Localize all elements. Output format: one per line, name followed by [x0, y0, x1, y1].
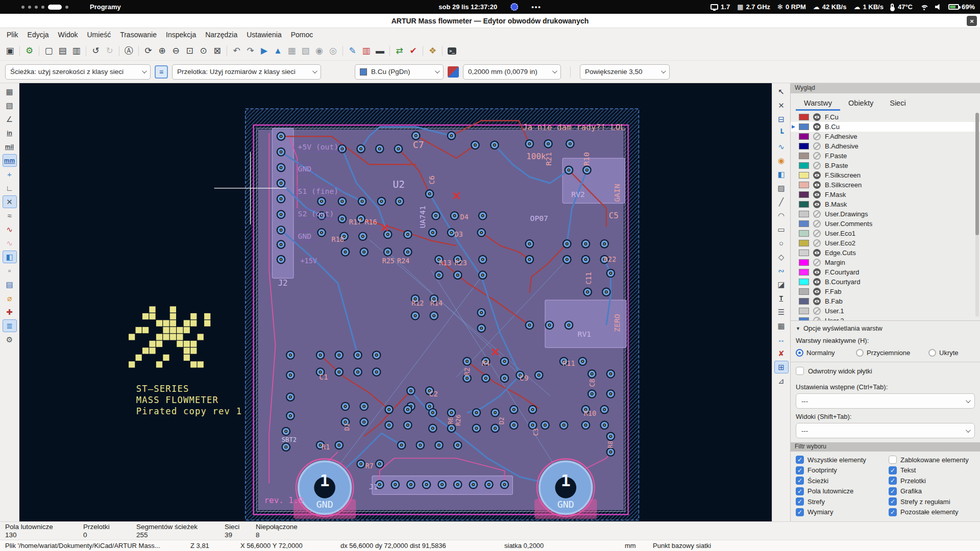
upload-icon[interactable]: ☁42 KB/s [813, 3, 847, 11]
layer-row-edge-cuts[interactable]: Edge.Cuts [791, 248, 980, 258]
checkbox-icon[interactable]: ✓ [796, 487, 804, 495]
layer-manager-icon[interactable]: ≣ [3, 319, 17, 332]
layer-row-user-2[interactable]: User.2 [791, 316, 980, 320]
layer-options-header[interactable]: ▼ Opcje wyświetlania warstw [796, 324, 975, 332]
draw-circle-icon[interactable]: ○ [774, 237, 789, 249]
cpu-icon[interactable]: ▦2.7 GHz [737, 3, 770, 11]
filter-8[interactable]: ✓Strefy [796, 497, 889, 506]
wifi-icon[interactable] [920, 4, 928, 10]
ungroup-icon[interactable]: ▧ [299, 44, 312, 58]
eye-visible-icon[interactable] [813, 249, 821, 257]
place-footprint-icon[interactable]: ⊟ [774, 113, 789, 126]
eye-hidden-icon[interactable] [813, 230, 821, 237]
layer-row-user-eco2[interactable]: User.Eco2 [791, 238, 980, 248]
fan-icon[interactable]: ✻0 RPM [777, 3, 806, 11]
units-mils-icon[interactable]: mil [3, 140, 17, 153]
filter-7[interactable]: ✓Grafika [889, 487, 980, 495]
checkbox-icon[interactable]: ✓ [796, 477, 804, 485]
refresh-icon[interactable]: ⟳ [141, 44, 155, 58]
layer-color-swatch[interactable] [799, 114, 809, 120]
workspace-dot[interactable] [35, 6, 38, 9]
menu-item-4[interactable]: Trasowanie [115, 29, 161, 40]
radio-icon[interactable] [796, 349, 803, 357]
eye-visible-icon[interactable] [813, 181, 821, 189]
radio-icon[interactable] [928, 349, 936, 357]
checkbox-icon[interactable]: ✓ [889, 487, 897, 495]
eye-visible-icon[interactable] [813, 268, 821, 276]
layer-row-f-adhesive[interactable]: F.Adhesive [791, 132, 980, 141]
track-width-select[interactable]: Ścieżka: użyj szerokości z klasy sieci [5, 64, 151, 80]
tab-sieci[interactable]: Sieci [881, 96, 914, 111]
layer-color-swatch[interactable] [799, 191, 809, 198]
curved-ratsnest-icon[interactable]: ≈ [3, 209, 17, 222]
layer-row-b-cu[interactable]: B.Cu [791, 122, 980, 132]
layer-row-f-mask[interactable]: F.Mask [791, 190, 980, 199]
views-select[interactable]: --- [796, 423, 975, 438]
filter-0[interactable]: ✓Wszystkie elementy [796, 456, 889, 464]
zoom-fit-icon[interactable]: ⊡ [183, 44, 197, 58]
draw-arc-icon[interactable]: ◠ [774, 209, 789, 222]
flip-board-checkbox[interactable]: Odwrotny widok płytki [796, 367, 975, 375]
radio-normalny[interactable]: Normalny [796, 349, 856, 357]
layer-color-swatch[interactable] [799, 201, 809, 208]
board-setup-icon[interactable]: ⚙ [22, 44, 36, 58]
undo-icon[interactable]: ↺ [89, 44, 103, 58]
unlock-icon[interactable]: ◎ [326, 44, 340, 58]
pcb-canvas-svg[interactable]: 1GND1GNDJa nie dam rady?! LOL100kC7R21R1… [19, 83, 772, 521]
eye-visible-icon[interactable] [813, 278, 821, 286]
layer-color-swatch[interactable] [799, 308, 809, 314]
footprint-viewer-icon[interactable]: ▬ [373, 44, 387, 58]
eye-visible-icon[interactable] [813, 113, 821, 121]
rotate-ccw-icon[interactable]: ↶ [230, 44, 243, 58]
pad-sketch-icon[interactable]: ⌀ [3, 292, 17, 305]
checkbox-icon[interactable]: ✓ [796, 466, 804, 474]
checkbox-icon[interactable]: ✓ [796, 456, 804, 464]
eye-hidden-icon[interactable] [813, 259, 821, 266]
menu-item-6[interactable]: Narzędzia [201, 29, 242, 40]
workspace-dot[interactable] [21, 6, 24, 9]
tune-length-icon[interactable]: ∿ [774, 140, 789, 153]
draw-bezier-icon[interactable]: ∾ [774, 264, 789, 277]
add-textbox-icon[interactable]: ☰ [774, 306, 789, 318]
eye-hidden-icon[interactable] [813, 133, 821, 140]
units-inches-icon[interactable]: in [3, 127, 17, 139]
menu-item-1[interactable]: Edycja [23, 29, 54, 40]
grid-visibility-icon[interactable]: ▦ [3, 85, 17, 98]
radio-ukryte[interactable]: Ukryte [928, 349, 959, 357]
layer-color-swatch[interactable] [799, 249, 809, 256]
workspace-dot[interactable] [65, 6, 68, 9]
presets-select[interactable]: --- [796, 393, 975, 409]
workspace-dot[interactable] [28, 6, 31, 9]
plot-icon[interactable]: ▥ [69, 44, 83, 58]
local-ratsnest-icon[interactable]: ✕ [774, 99, 789, 112]
layer-color-swatch[interactable] [799, 172, 809, 179]
zoom-select[interactable]: Powiększenie 3,50 [580, 64, 670, 80]
eye-hidden-icon[interactable] [813, 307, 821, 315]
filter-4[interactable]: ✓Ścieżki [796, 477, 889, 485]
draw-rectangle-icon[interactable]: ▭ [774, 223, 789, 236]
layer-color-swatch[interactable] [799, 153, 809, 159]
page-settings-icon[interactable]: ▢ [42, 44, 56, 58]
checkbox-icon[interactable]: ✓ [796, 508, 804, 516]
close-window-button[interactable]: × [967, 16, 977, 26]
eye-hidden-icon[interactable] [813, 142, 821, 150]
group-icon[interactable]: ▦ [285, 44, 299, 58]
layer-row-b-paste[interactable]: B.Paste [791, 161, 980, 170]
eye-visible-icon[interactable] [813, 288, 821, 295]
eye-hidden-icon[interactable] [813, 152, 821, 160]
properties-panel-icon[interactable]: ⚙ [3, 333, 17, 346]
layer-color-swatch[interactable] [799, 240, 809, 246]
layer-color-swatch[interactable] [799, 279, 809, 285]
eye-visible-icon[interactable] [813, 297, 821, 305]
system-tray-stats[interactable]: 1.7▦2.7 GHz✻0 RPM☁42 KB/s☁1 KB/s47°C69% [710, 3, 975, 11]
draw-polygon-icon[interactable]: ◇ [774, 251, 789, 263]
add-via-icon[interactable]: ◉ [774, 154, 789, 167]
menu-item-5[interactable]: Inspekcja [161, 29, 201, 40]
add-dimension-icon[interactable]: ↔ [774, 333, 789, 346]
route-tracks-icon[interactable]: ┗ [774, 127, 789, 139]
filter-5[interactable]: ✓Przelotki [889, 477, 980, 485]
layer-row-user-drawings[interactable]: User.Drawings [791, 209, 980, 219]
layer-row-b-adhesive[interactable]: B.Adhesive [791, 141, 980, 151]
layer-row-b-courtyard[interactable]: B.Courtyard [791, 277, 980, 287]
layer-color-swatch[interactable] [799, 298, 809, 305]
